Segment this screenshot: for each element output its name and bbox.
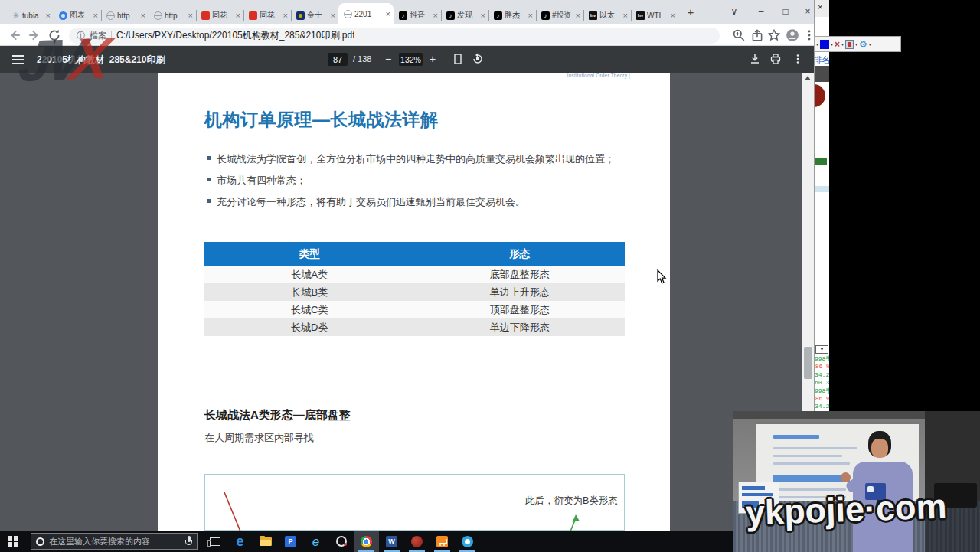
rank-label: 排名 — [814, 54, 829, 66]
dropdown-caret-icon[interactable]: ▾ — [869, 41, 871, 47]
tab-close-icon[interactable]: × — [283, 11, 288, 20]
browser-tab[interactable]: ♪#投资× — [536, 6, 583, 24]
table-header-cell: 形态 — [415, 242, 626, 266]
print-icon[interactable] — [769, 53, 782, 65]
presenter-face — [871, 439, 888, 458]
taskbar-icon-edge[interactable]: e — [227, 531, 253, 552]
delete-x-button[interactable]: × — [835, 40, 840, 49]
browser-tab[interactable]: ♪抖音× — [394, 6, 441, 24]
browser-tab[interactable]: Inv以太× — [583, 6, 631, 24]
browser-tab[interactable]: 同花× — [196, 6, 243, 24]
taskbar-search-box[interactable]: 在这里输入你要搜索的内容 — [31, 533, 198, 550]
tab-close-icon[interactable]: × — [236, 11, 240, 20]
taskbar-icon-internet-explorer[interactable]: e — [303, 531, 328, 552]
zoom-in-button[interactable]: + — [426, 53, 439, 65]
taskbar-icon-chat-app[interactable] — [328, 531, 354, 552]
bookmark-flag-button[interactable] — [845, 40, 854, 49]
taskbar-icon-task-view[interactable] — [202, 531, 227, 552]
taskbar-icon-chrome[interactable] — [354, 531, 379, 552]
sliver-dark-block — [815, 66, 829, 82]
page-header-note: Institutional Order Theory | — [567, 73, 630, 78]
taskbar-icon-potplayer[interactable]: P — [278, 531, 303, 552]
download-icon[interactable] — [749, 53, 761, 65]
url-text[interactable]: C:/Users/PXY/Desktop/220105机构教材_285&210印… — [116, 29, 354, 42]
pdf-kebab-menu-icon[interactable] — [792, 53, 804, 65]
zoom-out-button[interactable]: − — [382, 53, 394, 65]
taskbar-icon-tonghuashun[interactable] — [404, 531, 430, 552]
taskbar-icon-tim[interactable] — [455, 531, 480, 552]
minimize-button[interactable]: – — [750, 0, 773, 23]
profile-avatar-icon[interactable] — [786, 28, 799, 42]
settings-gear-icon[interactable]: ⚙ — [859, 40, 867, 49]
omnibox[interactable]: ⓘ 檔案 C:/Users/PXY/Desktop/220105机构教材_285… — [69, 28, 720, 44]
browser-tab[interactable]: http× — [149, 6, 196, 24]
mouse-cursor — [657, 269, 668, 285]
tab-close-icon[interactable]: × — [386, 10, 390, 18]
microphone-icon[interactable] — [185, 536, 192, 547]
taskbar-icon-file-explorer[interactable] — [253, 531, 278, 552]
zoom-level-input[interactable]: 132% — [399, 53, 423, 66]
table-row: 长城A类底部盘整形态 — [204, 266, 625, 283]
page-number-input[interactable]: 87 — [328, 53, 348, 66]
projected-doc-line — [773, 462, 850, 465]
rotate-icon[interactable] — [472, 53, 484, 65]
browser-tab[interactable]: ♪胖杰× — [488, 6, 536, 24]
dropdown-caret-icon[interactable]: ▾ — [816, 41, 818, 47]
sliver-dropdown-button[interactable]: ▼ — [815, 345, 828, 354]
start-button[interactable] — [8, 536, 18, 547]
bookmark-star-icon[interactable] — [767, 28, 781, 42]
tab-title: 同花 — [260, 10, 281, 21]
tab-close-icon[interactable]: × — [433, 11, 438, 20]
share-icon[interactable] — [750, 28, 764, 42]
tab-close-icon[interactable]: × — [93, 11, 98, 20]
tab-close-icon[interactable]: × — [528, 11, 533, 20]
scrollbar-thumb[interactable] — [804, 347, 812, 379]
pdf-viewport[interactable]: Institutional Order Theory | 机构订单原理—长城战法… — [0, 73, 802, 531]
tab-close-icon[interactable]: × — [671, 11, 675, 20]
tab-close-icon[interactable]: × — [481, 11, 485, 20]
tab-close-icon[interactable]: × — [141, 11, 145, 20]
address-bar: ⓘ 檔案 C:/Users/PXY/Desktop/220105机构教材_285… — [0, 24, 814, 46]
browser-tab[interactable]: ✳tubia× — [6, 6, 54, 24]
browser-menu-chevron[interactable]: ∨ — [723, 0, 746, 23]
red-trend-line — [224, 492, 240, 531]
sliver-close-icon[interactable]: × — [818, 2, 822, 11]
search-placeholder: 在这里输入你要搜索的内容 — [49, 536, 181, 547]
tab-close-icon[interactable]: × — [188, 11, 193, 20]
file-explorer-icon — [260, 537, 272, 546]
browser-tab[interactable]: 2201× — [338, 3, 394, 24]
browser-tab[interactable]: 同花× — [243, 6, 291, 24]
tab-title: tubia — [22, 11, 44, 20]
browser-tab[interactable]: 图表× — [54, 6, 101, 24]
pdf-menu-icon[interactable] — [12, 55, 24, 67]
taskbar-icon-shop-app[interactable] — [430, 531, 455, 552]
back-icon[interactable] — [8, 28, 21, 42]
refresh-icon[interactable] — [47, 28, 61, 42]
table-cell: 单边上升形态 — [415, 283, 626, 301]
browser-tab[interactable]: 金十× — [291, 6, 338, 24]
tab-close-icon[interactable]: × — [576, 11, 580, 20]
fit-page-icon[interactable] — [452, 53, 464, 65]
maximize-button[interactable]: □ — [774, 0, 797, 23]
dropdown-caret-icon[interactable]: ▾ — [855, 41, 858, 47]
quote-value: 34.25 — [815, 403, 829, 410]
browser-tab[interactable]: InvWTI× — [631, 6, 678, 24]
toolbar-divider — [377, 52, 377, 67]
zoom-icon[interactable] — [732, 28, 746, 42]
potplayer-icon: P — [285, 536, 296, 547]
browser-tab[interactable]: http× — [101, 6, 149, 24]
tab-title: #投资 — [552, 10, 573, 21]
tab-close-icon[interactable]: × — [623, 11, 628, 20]
forward-icon[interactable] — [28, 28, 41, 42]
scrollbar-up-arrow[interactable] — [805, 76, 811, 80]
dropdown-caret-icon[interactable]: ▾ — [831, 41, 833, 47]
table-header-row: 类型形态 — [204, 242, 625, 266]
color-swatch-button[interactable] — [820, 40, 829, 49]
tab-close-icon[interactable]: × — [331, 11, 335, 20]
tab-close-icon[interactable]: × — [46, 11, 51, 20]
page-info-icon[interactable]: ⓘ — [77, 30, 85, 41]
taskbar-icon-word[interactable]: W — [379, 531, 404, 552]
new-tab-button[interactable]: + — [684, 5, 697, 18]
dropdown-caret-icon[interactable]: ▾ — [841, 41, 844, 47]
browser-tab[interactable]: ♪发现× — [441, 6, 488, 24]
